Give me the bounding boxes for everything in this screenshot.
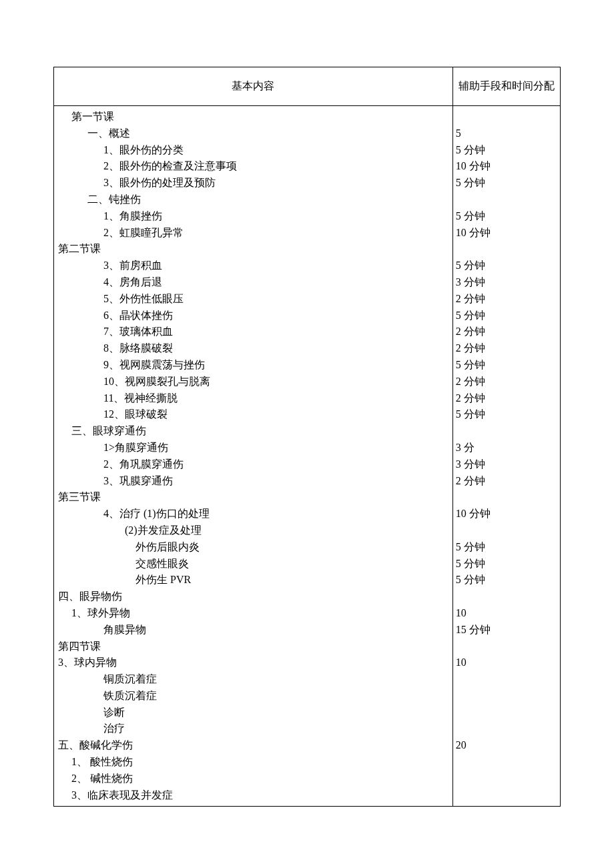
time-value: 3 分钟 bbox=[454, 456, 559, 473]
time-value bbox=[454, 638, 559, 655]
outline-row: 第四节课 bbox=[55, 638, 451, 655]
time-value bbox=[454, 787, 559, 804]
outline-text: 8、脉络膜破裂 bbox=[103, 340, 173, 357]
outline-row: 3、眼外伤的处理及预防 bbox=[55, 175, 451, 191]
outline-text: 1、 酸性烧伤 bbox=[71, 754, 133, 771]
outline-text: 第二节课 bbox=[58, 241, 101, 258]
time-value: 15 分钟 bbox=[454, 622, 559, 638]
time-value bbox=[454, 522, 559, 539]
outline-text: (2)并发症及处理 bbox=[119, 522, 202, 539]
outline-row: 3、前房积血 bbox=[55, 258, 451, 274]
time-value: 20 bbox=[454, 737, 559, 754]
time-value: 5 分钟 bbox=[454, 175, 559, 191]
time-value: 2 分钟 bbox=[454, 390, 559, 407]
time-value: 5 分钟 bbox=[454, 308, 559, 324]
outline-text: 3、前房积血 bbox=[103, 258, 162, 274]
time-value: 2 分钟 bbox=[454, 324, 559, 340]
time-value: 2 分钟 bbox=[454, 340, 559, 357]
outline-text: 诊断 bbox=[103, 705, 125, 721]
outline-text: 7、玻璃体积血 bbox=[103, 324, 173, 340]
outline-text: 11、视神经撕脱 bbox=[103, 390, 178, 407]
outline-row: 三、眼球穿通伤 bbox=[55, 423, 451, 440]
outline-row: 外伤生 PVR bbox=[55, 572, 451, 588]
outline-row: 4、治疗 (1)伤口的处理 bbox=[55, 506, 451, 522]
outline-text: 9、视网膜震荡与挫伤 bbox=[103, 357, 205, 374]
time-value: 5 分钟 bbox=[454, 208, 559, 225]
time-value bbox=[454, 688, 559, 705]
time-value: 10 bbox=[454, 655, 559, 671]
outline-row: 12、眼球破裂 bbox=[55, 406, 451, 423]
outline-text: 第四节课 bbox=[58, 638, 101, 655]
time-value: 10 分钟 bbox=[454, 225, 559, 242]
outline-text: 治疗 bbox=[103, 721, 125, 737]
header-time: 辅助手段和时间分配 bbox=[452, 67, 560, 106]
outline-text: 二、钝挫伤 bbox=[87, 191, 141, 208]
time-value bbox=[454, 705, 559, 721]
outline-row: 治疗 bbox=[55, 721, 451, 737]
outline-row: 2、眼外伤的检查及注意事项 bbox=[55, 158, 451, 175]
outline-row: 四、眼异物伤 bbox=[55, 588, 451, 605]
outline-row: 3、临床表现及并发症 bbox=[55, 787, 451, 804]
time-value bbox=[454, 489, 559, 506]
outline-row: 第三节课 bbox=[55, 489, 451, 506]
outline-row: 2、角巩膜穿通伤 bbox=[55, 456, 451, 473]
outline-text: 角膜异物 bbox=[103, 622, 146, 638]
time-value: 3 分钟 bbox=[454, 274, 559, 291]
outline-row: 9、视网膜震荡与挫伤 bbox=[55, 357, 451, 374]
outline-text: 交感性眼炎 bbox=[135, 556, 189, 572]
time-value: 2 分钟 bbox=[454, 374, 559, 390]
time-value: 10 bbox=[454, 605, 559, 622]
time-value: 5 分钟 bbox=[454, 258, 559, 274]
outline-row: 诊断 bbox=[55, 705, 451, 721]
time-value: 5 分钟 bbox=[454, 406, 559, 423]
time-value bbox=[454, 109, 559, 125]
time-value bbox=[454, 771, 559, 787]
time-value bbox=[454, 721, 559, 737]
outline-row: 一、概述 bbox=[55, 125, 451, 142]
outline-row: 8、脉络膜破裂 bbox=[55, 340, 451, 357]
outline-text: 外伤生 PVR bbox=[135, 572, 191, 588]
outline-text: 1>角膜穿通伤 bbox=[103, 440, 168, 456]
outline-row: 1、 酸性烧伤 bbox=[55, 754, 451, 771]
outline-row: 1、球外异物 bbox=[55, 605, 451, 622]
time-cell: 55 分钟10 分钟5 分钟 5 分钟10 分钟 5 分钟3 分钟2 分钟5 分… bbox=[452, 106, 560, 807]
outline-text: 2、 碱性烧伤 bbox=[71, 771, 133, 787]
outline-row: 角膜异物 bbox=[55, 622, 451, 638]
outline-text: 3、巩膜穿通伤 bbox=[103, 473, 173, 490]
outline-row: 交感性眼炎 bbox=[55, 556, 451, 572]
outline-row: 铜质沉着症 bbox=[55, 671, 451, 688]
outline-text: 3、眼外伤的处理及预防 bbox=[103, 175, 216, 191]
outline-text: 铜质沉着症 bbox=[103, 671, 157, 688]
time-value: 3 分 bbox=[454, 440, 559, 456]
time-value: 5 分钟 bbox=[454, 572, 559, 588]
outline-text: 第三节课 bbox=[58, 489, 101, 506]
outline-text: 三、眼球穿通伤 bbox=[71, 423, 146, 440]
outline-text: 四、眼异物伤 bbox=[58, 588, 122, 605]
outline-row: 五、酸碱化学伤 bbox=[55, 737, 451, 754]
outline-text: 3、球内异物 bbox=[58, 655, 117, 671]
time-value bbox=[454, 671, 559, 688]
outline-row: 铁质沉着症 bbox=[55, 688, 451, 705]
time-value: 10 分钟 bbox=[454, 506, 559, 522]
outline-row: 第二节课 bbox=[55, 241, 451, 258]
outline-text: 外伤后眼内炎 bbox=[135, 539, 200, 556]
outline-row: 11、视神经撕脱 bbox=[55, 390, 451, 407]
outline-row: 1>角膜穿通伤 bbox=[55, 440, 451, 456]
outline-text: 4、治疗 (1)伤口的处理 bbox=[103, 506, 210, 522]
outline-row: 6、晶状体挫伤 bbox=[55, 308, 451, 324]
time-value bbox=[454, 588, 559, 605]
outline-row: 1、角膜挫伤 bbox=[55, 208, 451, 225]
outline-text: 铁质沉着症 bbox=[103, 688, 157, 705]
time-value bbox=[454, 754, 559, 771]
time-value: 5 bbox=[454, 125, 559, 142]
outline-row: 二、钝挫伤 bbox=[55, 191, 451, 208]
outline-text: 1、眼外伤的分类 bbox=[103, 142, 184, 159]
time-value: 5 分钟 bbox=[454, 556, 559, 572]
time-value: 10 分钟 bbox=[454, 158, 559, 175]
outline-row: 4、房角后退 bbox=[55, 274, 451, 291]
outline-text: 第一节课 bbox=[71, 109, 114, 125]
outline-text: 1、球外异物 bbox=[71, 605, 130, 622]
outline-text: 4、房角后退 bbox=[103, 274, 162, 291]
outline-row: 外伤后眼内炎 bbox=[55, 539, 451, 556]
outline-row: 5、外伤性低眼压 bbox=[55, 291, 451, 308]
